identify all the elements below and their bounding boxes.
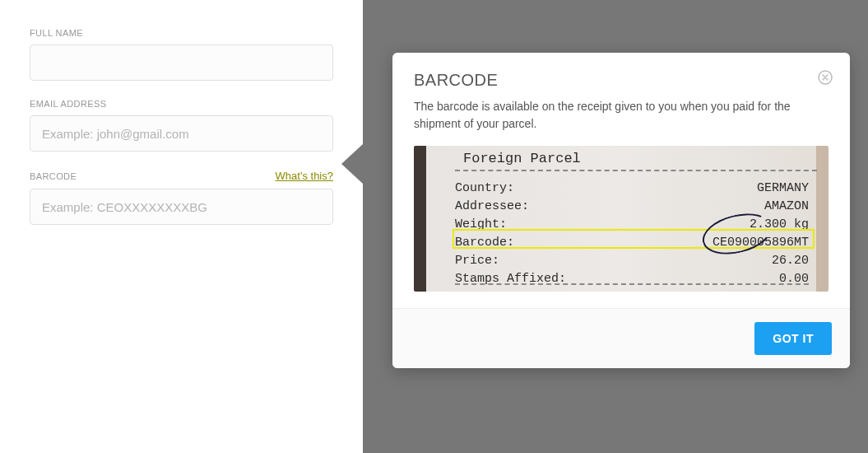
receipt-title: Foreign Parcel: [455, 151, 817, 171]
modal-footer: GOT IT: [392, 308, 850, 368]
fullname-label: FULL NAME: [30, 28, 333, 38]
receipt-line-stamps: Stamps Affixed: 0.00: [455, 270, 817, 288]
whats-this-link[interactable]: What's this?: [276, 170, 333, 182]
receipt-label: Weight:: [455, 216, 507, 234]
receipt-value: 26.20: [772, 252, 809, 270]
form-panel: FULL NAME EMAIL ADDRESS BARCODE What's t…: [0, 0, 363, 453]
receipt-label: Country:: [455, 180, 514, 198]
receipt-line-barcode: Barcode: CE090005896MT: [455, 234, 817, 252]
receipt-value: CE090005896MT: [713, 234, 809, 252]
barcode-input[interactable]: [30, 189, 333, 225]
modal-title: BARCODE: [414, 71, 829, 90]
receipt-value: 2.300 kg: [750, 216, 809, 234]
fullname-input[interactable]: [30, 44, 333, 81]
receipt-value: GERMANY: [757, 180, 809, 198]
receipt-label: Barcode:: [455, 234, 514, 252]
receipt-dash: [455, 283, 809, 285]
receipt-value: AMAZON: [764, 198, 809, 216]
receipt-label: Addressee:: [455, 198, 529, 216]
pointer-triangle: [341, 144, 363, 184]
receipt-line-price: Price: 26.20: [455, 252, 817, 270]
close-icon: [817, 69, 833, 86]
barcode-label: BARCODE: [30, 171, 77, 181]
receipt-line-weight: Weight: 2.300 kg: [455, 216, 817, 234]
receipt-line-addressee: Addressee: AMAZON: [455, 198, 817, 216]
modal-body: The barcode is available on the receipt …: [392, 98, 850, 308]
receipt-label: Stamps Affixed:: [455, 270, 566, 288]
close-button[interactable]: [817, 69, 833, 86]
receipt-image: Foreign Parcel Country: GERMANY Addresse…: [414, 146, 829, 292]
email-group: EMAIL ADDRESS: [30, 99, 333, 152]
receipt-label: Price:: [455, 252, 499, 270]
got-it-button[interactable]: GOT IT: [754, 322, 832, 355]
email-label: EMAIL ADDRESS: [30, 99, 333, 109]
receipt-value: 0.00: [779, 270, 809, 288]
modal-description: The barcode is available on the receipt …: [414, 98, 829, 133]
barcode-modal: BARCODE The barcode is available on the …: [392, 53, 850, 368]
email-input[interactable]: [30, 115, 333, 152]
receipt-content: Foreign Parcel Country: GERMANY Addresse…: [455, 151, 817, 287]
modal-header: BARCODE: [392, 53, 850, 98]
fullname-group: FULL NAME: [30, 28, 333, 81]
receipt-line-country: Country: GERMANY: [455, 180, 817, 198]
barcode-group: BARCODE What's this?: [30, 170, 333, 225]
